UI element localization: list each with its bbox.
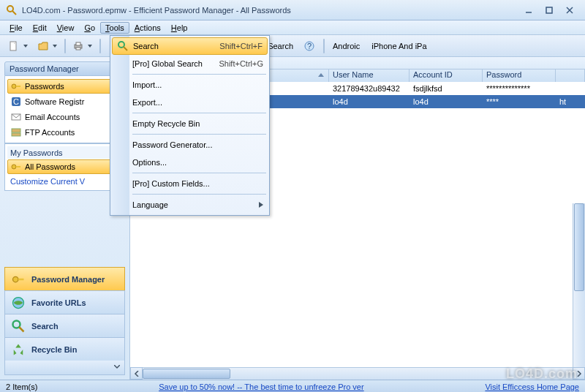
key-icon: [10, 80, 22, 92]
file-icon: [8, 40, 20, 52]
table-cell: **************: [483, 82, 556, 95]
android-button[interactable]: Androic: [328, 37, 365, 55]
sidebar-group-3[interactable]: FTP Accounts: [7, 125, 122, 140]
dropdown-item-label: Export...: [132, 98, 162, 107]
nav-password-manager[interactable]: Password Manager: [4, 267, 125, 290]
close-button[interactable]: [560, 4, 579, 16]
horizontal-scrollbar[interactable]: [143, 367, 573, 380]
dropdown-separator: [132, 134, 266, 135]
menu-go[interactable]: Go: [79, 22, 100, 34]
vertical-scroll-thumb[interactable]: [574, 203, 584, 291]
nav-recycle-bin[interactable]: Recycle Bin: [4, 337, 125, 361]
nav-search[interactable]: Search: [4, 314, 125, 337]
column-header-5[interactable]: [556, 69, 585, 82]
status-promo-link[interactable]: Save up to 50% now! -- The best time to …: [49, 382, 473, 391]
customize-view-link[interactable]: Customize Current V: [7, 175, 122, 188]
sidebar-group-0[interactable]: Passwords: [7, 79, 122, 94]
app-icon: [6, 4, 18, 16]
dropdown-item-language[interactable]: Language: [110, 196, 269, 214]
vertical-scrollbar[interactable]: [573, 203, 585, 369]
sidebar-header: Password Manager: [4, 61, 125, 76]
open-button[interactable]: [34, 37, 61, 55]
dropdown-item--pro-custom-fields-[interactable]: [Pro] Custom Fields...: [110, 175, 269, 192]
chevron-down-icon: [87, 40, 93, 52]
dropdown-item--pro-global-search[interactable]: [Pro] Global SearchShift+Ctrl+G: [110, 55, 269, 72]
sidebar-subhead: My Passwords: [7, 146, 122, 159]
toolbar-button-label: Androic: [333, 42, 360, 50]
column-header-Account ID[interactable]: Account ID: [410, 69, 483, 82]
menu-file[interactable]: File: [4, 22, 28, 34]
window-title: LO4D.com - Password.epmw - Efficient Pas…: [22, 6, 518, 15]
ftp-icon: [10, 127, 22, 138]
maximize-button[interactable]: [540, 4, 559, 16]
dropdown-item-label: Language: [132, 200, 168, 209]
svg-rect-21: [12, 129, 20, 132]
svg-point-23: [12, 165, 16, 169]
menu-help[interactable]: Help: [166, 22, 193, 34]
nav-pane: Password ManagerFavorite URLsSearchRecyc…: [4, 197, 125, 375]
sidebar-group-1[interactable]: CSoftware Registr: [7, 94, 122, 109]
table-cell: fsdjlkfsd: [410, 82, 483, 95]
search-icon: [117, 40, 129, 52]
table-cell: 321789432u89432: [329, 82, 410, 95]
table-cell: lo4d: [410, 95, 483, 108]
help-toolbar-button[interactable]: ?: [300, 37, 320, 55]
column-header-User Name[interactable]: User Name: [329, 69, 410, 82]
svg-line-35: [124, 47, 127, 50]
chevron-down-icon: [23, 40, 29, 52]
svg-point-28: [13, 320, 20, 328]
dropdown-item-search[interactable]: SearchShift+Ctrl+F: [112, 37, 268, 55]
svg-rect-9: [76, 48, 80, 50]
svg-rect-26: [18, 278, 24, 280]
toolbar-button-label: Search: [268, 42, 293, 50]
table-cell: ****: [483, 95, 556, 108]
print-button[interactable]: [69, 37, 97, 55]
menu-edit[interactable]: Edit: [28, 22, 52, 34]
minimize-button[interactable]: [519, 4, 538, 16]
sidebar-group-label: Passwords: [25, 82, 64, 91]
nav-label: Password Manager: [31, 275, 105, 284]
dropdown-item-password-generator-[interactable]: Password Generator...: [110, 136, 269, 154]
toolbar: itDeleteHide PassworSearch?AndroiciPhone…: [0, 35, 585, 57]
hscroll-right-button[interactable]: [573, 367, 585, 380]
search-icon: [11, 319, 26, 333]
svg-line-1: [12, 11, 16, 15]
dropdown-item-options-[interactable]: Options...: [110, 154, 269, 171]
dropdown-separator: [132, 194, 266, 195]
iphone-button[interactable]: iPhone And iPa: [366, 37, 431, 55]
new-button[interactable]: [4, 37, 32, 55]
dropdown-item-label: Empty Recycle Bin: [132, 119, 200, 128]
dropdown-item-label: Search: [133, 42, 159, 50]
sidebar-mypasswords: My Passwords All Passwords Customize Cur…: [4, 143, 125, 191]
svg-rect-24: [16, 166, 20, 167]
help-icon: ?: [303, 40, 315, 52]
svg-text:C: C: [13, 97, 19, 106]
status-home-link[interactable]: Visit Efficcess Home Page: [485, 382, 579, 391]
svg-line-29: [19, 327, 23, 331]
print-icon: [72, 40, 84, 52]
dropdown-item-import-[interactable]: Import...: [110, 76, 269, 94]
column-header-Password[interactable]: Password: [483, 69, 556, 82]
nav-footer[interactable]: [4, 361, 125, 375]
sidebar-group-label: Software Registr: [25, 97, 84, 106]
dropdown-item-label: [Pro] Custom Fields...: [132, 179, 210, 188]
key-icon: [10, 161, 22, 173]
horizontal-scroll-thumb[interactable]: [143, 369, 230, 379]
statusbar: 2 Item(s) Save up to 50% now! -- The bes…: [0, 380, 585, 392]
menu-actions[interactable]: Actions: [129, 22, 166, 34]
svg-point-0: [7, 6, 13, 12]
sidebar-group-2[interactable]: Email Accounts: [7, 110, 122, 124]
sidebar-item-all-passwords[interactable]: All Passwords: [7, 159, 122, 174]
toolbar-separator: [323, 39, 325, 53]
menu-view[interactable]: View: [52, 22, 80, 34]
svg-rect-8: [76, 42, 80, 45]
nav-favorite-urls[interactable]: Favorite URLs: [4, 290, 125, 314]
menu-tools[interactable]: Tools: [100, 22, 129, 34]
toolbar-separator: [64, 39, 66, 53]
table-cell: ht: [556, 95, 585, 108]
dropdown-item-export-[interactable]: Export...: [110, 94, 269, 111]
sidebar-item-label: All Passwords: [25, 162, 75, 171]
hscroll-left-button[interactable]: [130, 367, 143, 380]
svg-rect-3: [546, 7, 552, 13]
dropdown-item-empty-recycle-bin[interactable]: Empty Recycle Bin: [110, 115, 269, 132]
